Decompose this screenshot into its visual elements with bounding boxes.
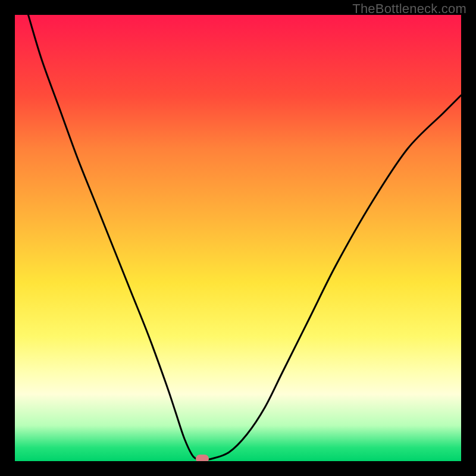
bottleneck-curve — [15, 15, 461, 461]
watermark-text: TheBottleneck.com — [352, 1, 466, 17]
chart-container: TheBottleneck.com — [0, 0, 476, 476]
optimal-point-marker — [196, 455, 209, 461]
plot-area — [15, 15, 461, 461]
